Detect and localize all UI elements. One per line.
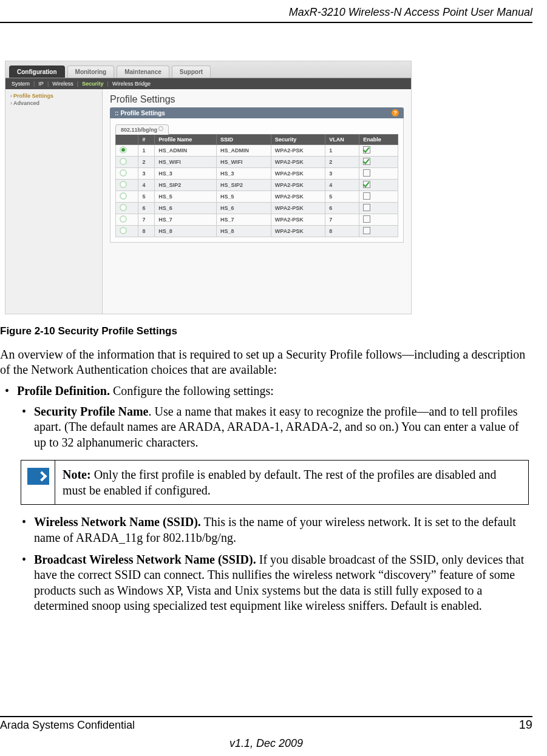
table-row: 4HS_SIP2HS_SIP2WPA2-PSK4 [116,180,398,191]
checkbox-enable[interactable] [363,227,370,234]
checkbox-enable[interactable] [363,215,370,223]
separator-icon: | [33,81,35,87]
footer-version: v1.1, Dec 2009 [0,737,532,750]
subtab-wireless-bridge[interactable]: Wireless Bridge [112,81,151,87]
sidebar-item-advanced[interactable]: ›Advanced [10,100,97,106]
top-tabs: Configuration Monitoring Maintenance Sup… [5,61,411,78]
cell-profile-name: HS_WIFI [155,157,217,168]
col-ssid: SSID [217,135,271,145]
note-body: Only the first profile is enabled by def… [63,468,496,497]
col-select [116,135,138,145]
table-row: 3HS_3HS_3WPA2-PSK3 [116,168,398,180]
cell-number: 7 [138,214,155,226]
checkbox-enable[interactable] [363,146,370,154]
radio-select[interactable] [120,215,127,223]
cell-vlan: 1 [325,145,359,157]
main-area: Profile Settings :: Profile Settings ? 8… [103,89,411,314]
footer-left: Arada Systems Confidential [0,719,135,732]
cell-vlan: 3 [325,168,359,180]
cell-number: 2 [138,157,155,168]
cell-security: WPA2-PSK [271,191,325,203]
cell-profile-name: HS_SIP2 [155,180,217,191]
cell-ssid: HS_6 [217,203,271,214]
subtab-ip[interactable]: IP [38,81,44,87]
tab-support[interactable]: Support [172,66,211,78]
cell-number: 5 [138,191,155,203]
radio-select[interactable] [120,158,127,165]
table-row: 7HS_7HS_7WPA2-PSK7 [116,214,398,226]
panel-body: 802.11b/bg/ng # Profile Name SSID Securi… [110,118,404,243]
chevron-right-icon: › [10,100,12,106]
note-box: Note: Only the first profile is enabled … [21,460,529,505]
cell-number: 8 [138,226,155,237]
paragraph: An overview of the information that is r… [0,347,532,377]
tab-monitoring[interactable]: Monitoring [67,66,115,78]
cell-ssid: HS_8 [217,226,271,237]
list-item: Broadcast Wireless Network Name (SSID). … [34,552,532,614]
wifi-icon [158,126,163,131]
checkbox-enable[interactable] [363,204,370,211]
list-item: Wireless Network Name (SSID). This is th… [34,515,532,545]
table-header-row: # Profile Name SSID Security VLAN Enable [116,135,398,145]
sidebar-item-profile-settings[interactable]: ›Profile Settings [10,93,97,99]
subtab-wireless[interactable]: Wireless [52,81,73,87]
screenshot-panel: Configuration Monitoring Maintenance Sup… [5,61,412,314]
col-security: Security [271,135,325,145]
cell-number: 6 [138,203,155,214]
cell-security: WPA2-PSK [271,168,325,180]
separator-icon: | [107,81,109,87]
cell-vlan: 6 [325,203,359,214]
cell-ssid: HS_3 [217,168,271,180]
term: Profile Definition. [17,384,110,397]
tab-maintenance[interactable]: Maintenance [117,66,169,78]
cell-ssid: HS_7 [217,214,271,226]
cell-vlan: 8 [325,226,359,237]
cell-security: WPA2-PSK [271,203,325,214]
cell-ssid: HS_WIFI [217,157,271,168]
cell-number: 3 [138,168,155,180]
mode-tab[interactable]: 802.11b/bg/ng [115,124,169,135]
cell-security: WPA2-PSK [271,180,325,191]
footer-rule [0,716,532,717]
cell-vlan: 7 [325,214,359,226]
radio-select[interactable] [120,146,127,154]
subtab-system[interactable]: System [12,81,30,87]
chevron-right-icon: › [10,93,12,99]
cell-vlan: 4 [325,180,359,191]
bullet-list: Profile Definition. Configure the follow… [0,383,532,620]
term: Wireless Network Name (SSID). [34,515,201,528]
note-label: Note: [63,468,91,481]
col-profile-name: Profile Name [155,135,217,145]
checkbox-enable[interactable] [363,169,370,177]
radio-select[interactable] [120,169,127,177]
table-row: 5HS_5HS_5WPA2-PSK5 [116,191,398,203]
help-icon[interactable]: ? [392,109,399,116]
tab-configuration[interactable]: Configuration [9,66,65,78]
cell-profile-name: HS_5 [155,191,217,203]
checkbox-enable[interactable] [363,158,370,165]
page-title: Profile Settings [110,94,404,105]
term: Broadcast Wireless Network Name (SSID). [34,553,256,566]
col-enable: Enable [359,135,398,145]
subtab-security[interactable]: Security [82,81,104,87]
cell-vlan: 5 [325,191,359,203]
cell-ssid: HS_5 [217,191,271,203]
radio-select[interactable] [120,227,127,234]
checkbox-enable[interactable] [363,181,370,188]
profiles-table: # Profile Name SSID Security VLAN Enable… [115,134,398,237]
col-vlan: VLAN [325,135,359,145]
table-row: 1HS_ADMINHS_ADMINWPA2-PSK1 [116,145,398,157]
sidebar-item-label: Advanced [13,100,39,106]
page-number: 19 [519,718,532,732]
cell-ssid: HS_ADMIN [217,145,271,157]
arrow-right-icon [27,468,49,485]
checkbox-enable[interactable] [363,192,370,200]
cell-security: WPA2-PSK [271,157,325,168]
radio-select[interactable] [120,204,127,211]
cell-security: WPA2-PSK [271,226,325,237]
header-rule [0,22,532,23]
text: Configure the following settings: [110,384,274,397]
radio-select[interactable] [120,181,127,188]
radio-select[interactable] [120,192,127,200]
panel-header: :: Profile Settings ? [110,107,404,118]
